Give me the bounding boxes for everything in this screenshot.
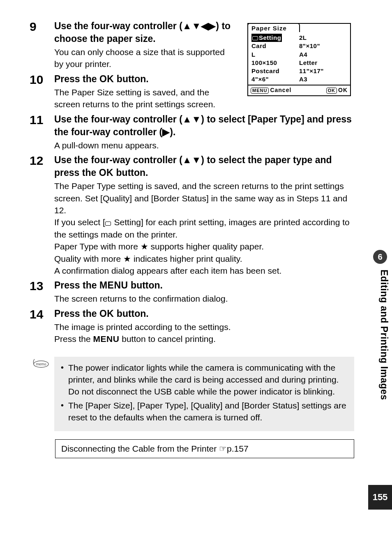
memo-item: The power indicator lights while the cam…	[60, 362, 348, 398]
printer-icon	[105, 222, 111, 226]
step-title: Use the four-way controller (▲▼) to sele…	[54, 154, 354, 179]
step-14: 14 Press the OK button. The image is pri…	[30, 307, 354, 345]
step-title: Press the MENU button.	[54, 279, 354, 292]
star-icon: ★	[141, 242, 148, 251]
arrow-icons: ▲▼	[182, 114, 201, 125]
page-number: 155	[368, 485, 392, 510]
step-9: 9 Use the four-way controller (▲▼◀▶) to …	[30, 20, 354, 70]
step-desc: You can only choose a size that is suppo…	[54, 46, 235, 70]
arrow-icons: ▲▼	[182, 155, 201, 165]
step-title: Press the OK button.	[54, 73, 235, 85]
memo-icon: memo	[32, 357, 54, 431]
step-number: 9	[30, 20, 54, 70]
step-desc: A pull-down menu appears.	[54, 139, 354, 151]
chapter-number-badge: 6	[373, 250, 387, 264]
memo-item: The [Paper Size], [Paper Type], [Quality…	[60, 399, 348, 424]
manual-page: Paper Size Setting Card L 100×150 Postca…	[0, 0, 392, 540]
reference-link-box: Disconnecting the Cable from the Printer…	[55, 439, 354, 458]
step-desc: The Paper Size setting is saved, and the…	[54, 86, 235, 111]
memo-block: memo The power indicator lights while th…	[32, 357, 354, 431]
step-10: 10 Press the OK button. The Paper Size s…	[30, 73, 354, 111]
arrow-icon: ▶	[162, 127, 170, 137]
step-number: 10	[30, 73, 54, 111]
step-title: Press the OK button.	[54, 307, 354, 320]
star-icon: ★	[123, 254, 131, 263]
reference-text: Disconnecting the Cable from the Printer…	[61, 444, 249, 453]
step-number: 11	[30, 113, 54, 151]
arrow-icons: ▲▼◀▶	[182, 21, 216, 31]
step-title: Use the four-way controller (▲▼◀▶) to ch…	[54, 20, 235, 45]
step-desc: The screen returns to the confirmation d…	[54, 293, 354, 305]
svg-text:memo: memo	[36, 362, 46, 366]
side-tab: 6 Editing and Printing Images 155	[368, 0, 392, 540]
step-number: 13	[30, 279, 54, 305]
step-11: 11 Use the four-way controller (▲▼) to s…	[30, 113, 354, 151]
chapter-title: Editing and Printing Images	[378, 270, 390, 400]
step-title: Use the four-way controller (▲▼) to sele…	[54, 113, 354, 138]
step-desc: The image is printed according to the se…	[54, 321, 354, 345]
step-12: 12 Use the four-way controller (▲▼) to s…	[30, 154, 354, 277]
step-number: 12	[30, 154, 54, 277]
step-number: 14	[30, 307, 54, 345]
step-desc: The Paper Type setting is saved, and the…	[54, 180, 354, 277]
memo-content: The power indicator lights while the cam…	[54, 357, 354, 431]
step-13: 13 Press the MENU button. The screen ret…	[30, 279, 354, 305]
page-content: 9 Use the four-way controller (▲▼◀▶) to …	[30, 20, 354, 458]
